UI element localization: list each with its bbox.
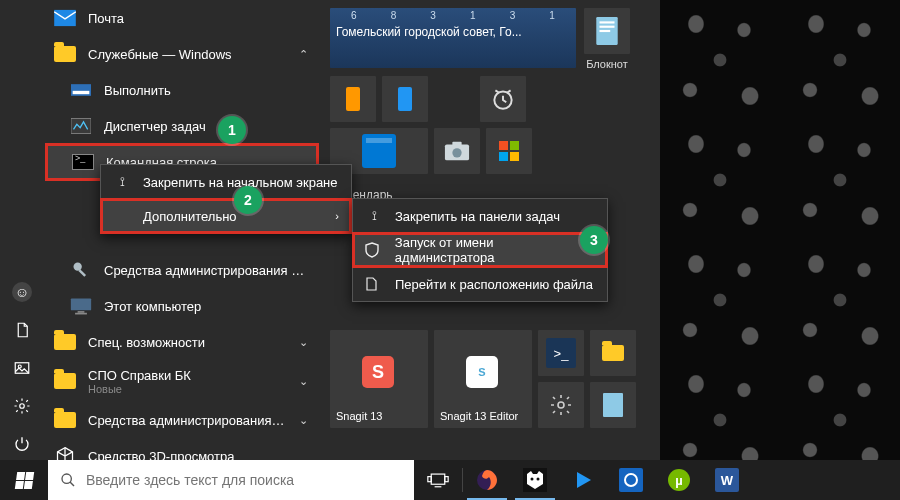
weather-temp: 1	[470, 10, 476, 21]
svg-point-31	[531, 478, 534, 481]
chevron-up-icon: ⌃	[299, 48, 308, 61]
ctx-pin-start[interactable]: ⟟ Закрепить на начальном экране	[101, 165, 351, 199]
tile-store[interactable]	[486, 128, 532, 174]
svg-rect-9	[71, 298, 91, 310]
ctx-open-location[interactable]: Перейти к расположению файла	[353, 267, 607, 301]
applist-label: Средство 3D-просмотра	[88, 449, 308, 461]
mail-icon	[54, 7, 76, 29]
tile-explorer[interactable]	[590, 330, 636, 376]
tile-alarms[interactable]	[480, 76, 526, 122]
documents-icon[interactable]	[12, 320, 32, 340]
svg-rect-26	[431, 474, 445, 484]
wallpaper	[660, 0, 900, 460]
applist-system-tools[interactable]: Служебные — Windows ⌃	[44, 36, 320, 72]
svg-rect-22	[499, 152, 508, 161]
applist-3dviewer[interactable]: Средство 3D-просмотра	[44, 438, 320, 460]
applist-label: Почта	[88, 11, 308, 26]
svg-point-18	[452, 148, 461, 157]
svg-point-32	[537, 478, 540, 481]
ctx-more[interactable]: Дополнительно ›	[101, 199, 351, 233]
applist-admin-tools[interactable]: Средства администрирования Win...	[44, 252, 320, 288]
applist-this-pc[interactable]: Этот компьютер	[44, 288, 320, 324]
ctx-pin-taskbar[interactable]: ⟟ Закрепить на панели задач	[353, 199, 607, 233]
tile-label: Snagit 13 Editor	[440, 410, 526, 422]
svg-point-2	[20, 404, 25, 409]
folder-icon	[54, 43, 76, 65]
weather-temp: 8	[391, 10, 397, 21]
applist-label: СПО Справки БК	[88, 368, 287, 383]
svg-rect-10	[78, 311, 85, 313]
applist-mail[interactable]: Почта	[44, 0, 320, 36]
taskbar-app-cat[interactable]	[511, 460, 559, 500]
windows-logo-icon	[14, 472, 33, 489]
run-icon	[70, 79, 92, 101]
cube-icon	[54, 445, 76, 460]
taskbar-search[interactable]	[48, 460, 414, 500]
svg-point-24	[558, 402, 564, 408]
tile-weather[interactable]: 6 8 3 1 3 1 Гомельский городской совет, …	[330, 8, 576, 68]
taskbar-app-disk[interactable]	[607, 460, 655, 500]
svg-rect-3	[54, 10, 76, 26]
applist-label: Средства администрирования W...	[88, 413, 287, 428]
taskbar-utorrent[interactable]: µ	[655, 460, 703, 500]
tile-app-2[interactable]	[382, 76, 428, 122]
svg-rect-19	[452, 142, 461, 147]
tile-powershell[interactable]: >_	[538, 330, 584, 376]
search-input[interactable]	[86, 472, 402, 488]
user-avatar[interactable]: ☺	[12, 282, 32, 302]
tile-notepad[interactable]	[584, 8, 630, 54]
svg-rect-5	[73, 91, 90, 94]
svg-rect-8	[78, 269, 86, 277]
weather-temp: 6	[351, 10, 357, 21]
folder-icon	[54, 370, 76, 392]
applist-label: Спец. возможности	[88, 335, 287, 350]
applist-label: Выполнить	[104, 83, 308, 98]
weather-temp: 3	[510, 10, 516, 21]
taskbar-word[interactable]: W	[703, 460, 751, 500]
applist-admin-tools-2[interactable]: Средства администрирования W... ⌄	[44, 402, 320, 438]
taskbar-firefox[interactable]	[463, 460, 511, 500]
tile-notepad2[interactable]	[590, 382, 636, 428]
folder-icon	[54, 331, 76, 353]
applist-run[interactable]: Выполнить	[44, 72, 320, 108]
tile-snagit-editor[interactable]: S Snagit 13 Editor	[434, 330, 532, 428]
tile-app-1[interactable]	[330, 76, 376, 122]
ctx-label: Закрепить на панели задач	[395, 209, 560, 224]
tile-camera[interactable]	[434, 128, 480, 174]
weather-days: 6 8 3 1 3 1	[330, 8, 576, 21]
applist-spo[interactable]: СПО Справки БК Новые ⌄	[44, 360, 320, 402]
applist-taskmgr[interactable]: Диспетчер задач	[44, 108, 320, 144]
pc-icon	[70, 295, 92, 317]
annotation-badge-1: 1	[218, 116, 246, 144]
context-menu-1: ⟟ Закрепить на начальном экране Дополнит…	[100, 164, 352, 234]
pin-icon: ⟟	[113, 174, 131, 190]
context-menu-2: ⟟ Закрепить на панели задач Запуск от им…	[352, 198, 608, 302]
svg-rect-20	[499, 141, 508, 150]
chevron-down-icon: ⌄	[299, 414, 308, 427]
power-icon[interactable]	[12, 434, 32, 454]
taskbar-media[interactable]	[559, 460, 607, 500]
ctx-run-admin[interactable]: Запуск от имени администратора	[353, 233, 607, 267]
weather-caption: Гомельский городской совет, Го...	[330, 21, 576, 43]
taskbar: µ W	[0, 460, 900, 500]
folder-icon	[602, 345, 624, 361]
svg-rect-21	[510, 141, 519, 150]
tile-settings[interactable]	[538, 382, 584, 428]
taskview-button[interactable]	[414, 460, 462, 500]
svg-point-25	[62, 474, 71, 483]
taskbar-icons: µ W	[414, 460, 751, 500]
applist-accessibility[interactable]: Спец. возможности ⌄	[44, 324, 320, 360]
weather-temp: 1	[549, 10, 555, 21]
svg-rect-11	[75, 313, 87, 315]
desktop: ☺ Почта Служебные — Windows ⌃	[0, 0, 900, 500]
svg-rect-13	[600, 21, 615, 23]
start-button[interactable]	[0, 460, 48, 500]
applist-label: Диспетчер задач	[104, 119, 308, 134]
tile-snagit[interactable]: S Snagit 13	[330, 330, 428, 428]
shield-icon	[365, 242, 383, 258]
admin-tools-icon	[70, 259, 92, 281]
ctx-label: Дополнительно	[143, 209, 237, 224]
settings-icon[interactable]	[12, 396, 32, 416]
svg-rect-23	[510, 152, 519, 161]
pictures-icon[interactable]	[12, 358, 32, 378]
